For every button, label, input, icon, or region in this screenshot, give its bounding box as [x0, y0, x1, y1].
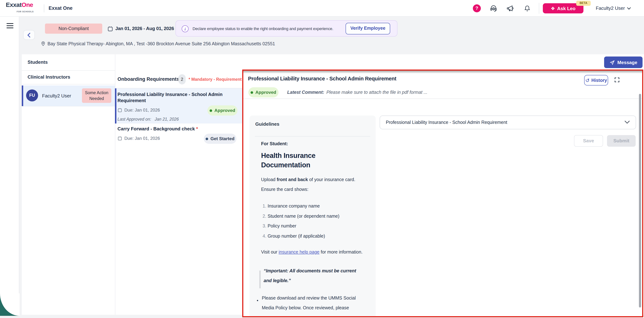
status-dot	[251, 91, 253, 94]
history-icon: ↺	[585, 78, 590, 83]
requirement-item-background-check[interactable]: Carry Forward - Background check * Due: …	[115, 123, 242, 147]
calendar-icon	[118, 108, 122, 113]
info-icon: i	[182, 25, 188, 32]
divider	[243, 98, 642, 99]
exxat-logo[interactable]: ExxatOne FOR SCHOOLS	[6, 2, 34, 15]
instructor-name: Faculty2 User	[42, 85, 71, 106]
guidelines-panel: Guidelines For Student: Health Insurance…	[250, 116, 376, 317]
status-badge: Approved	[208, 105, 238, 116]
list-item: Policy number	[268, 222, 369, 230]
logo-text: ExxatOne	[6, 1, 33, 8]
due-date: Due: Jan 01, 2026	[124, 135, 160, 142]
guidelines-title: Guidelines	[255, 121, 280, 127]
avatar: FU	[26, 89, 38, 101]
latest-comment-text: Please make sure to attach the file in p…	[326, 90, 427, 95]
history-button[interactable]: ↺ History	[584, 75, 608, 85]
tab-students[interactable]: Students	[28, 54, 48, 70]
status-badge: Get Started	[204, 134, 236, 144]
leo-logo-icon: ❖	[551, 6, 555, 11]
action-needed-badge: Some Action Needed	[82, 88, 111, 103]
last-approved-text: Last Approved on: Jan 21, 2026	[118, 116, 179, 122]
banner-text: Declare employee status to enable the ri…	[192, 21, 333, 37]
requirements-count-badge: 2	[178, 74, 186, 84]
scrollbar[interactable]	[639, 94, 641, 308]
requirement-dropdown[interactable]: Professional Liability Insurance - Schoo…	[380, 116, 636, 129]
announcements-megaphone-icon[interactable]	[506, 4, 514, 12]
selection-indicator	[115, 88, 116, 123]
requirement-item-liability-insurance[interactable]: Professional Liability Insurance - Schoo…	[115, 88, 242, 123]
for-student-label: For Student:	[261, 141, 288, 146]
header-divider	[44, 4, 44, 12]
dropdown-value: Professional Liability Insurance - Schoo…	[386, 120, 507, 125]
notifications-bell-icon[interactable]	[524, 5, 532, 13]
compliance-status-badge: Non-Compliant	[45, 23, 102, 34]
divider	[22, 84, 115, 84]
site-location-text: Bay State Physical Therapy- Abington, MA…	[48, 39, 275, 48]
rotation-date-range: Jan 01, 2026 - Aug 01, 2026	[115, 23, 174, 34]
card-requirements-list: Insurance company name Student name (or …	[260, 202, 369, 242]
status-dot	[206, 137, 208, 140]
user-menu[interactable]: Faculty2 User	[596, 0, 625, 17]
verify-employee-button[interactable]: Verify Employee	[346, 23, 390, 34]
hamburger-menu-icon[interactable]	[6, 23, 14, 28]
help-page-text: Visit our insurance help page for more i…	[261, 247, 370, 257]
tab-clinical-instructors[interactable]: Clinical Instructors	[28, 70, 70, 84]
scroll-shadow	[243, 71, 642, 73]
employee-status-banner: i Declare employee status to enable the …	[176, 20, 398, 36]
list-item: Group number (if applicable)	[268, 232, 369, 240]
mandatory-note: * Mandatory - Requirement	[188, 74, 242, 84]
requirement-detail-title: Professional Liability Insurance - Schoo…	[248, 76, 396, 81]
back-button[interactable]	[23, 30, 35, 40]
logo-subtext: FOR SCHOOLS	[17, 8, 34, 15]
list-item-faculty2-user[interactable]: FU Faculty2 User Some Action Needed	[22, 85, 115, 106]
left-nav-sidebar	[0, 17, 19, 315]
insurance-help-link[interactable]: insurance help page	[279, 250, 320, 255]
due-date: Due: Jan 01, 2026	[124, 106, 160, 114]
selection-indicator	[22, 85, 23, 106]
policy-bullet-text: Please download and review the UMMS Soci…	[262, 293, 368, 313]
divider	[22, 106, 115, 106]
important-quote: “Important: All documents must be curren…	[264, 266, 363, 286]
beta-badge: BETA	[576, 1, 591, 6]
requirement-title: Carry Forward - Background check *	[118, 126, 198, 132]
calendar-icon	[107, 26, 113, 32]
bullet-marker: •	[257, 298, 258, 303]
page-title: Exxat One	[48, 0, 72, 17]
support-headset-icon[interactable]	[490, 4, 498, 12]
submit-button[interactable]: Submit	[607, 135, 636, 147]
requirement-title: Professional Liability Insurance - Schoo…	[118, 91, 233, 104]
top-header: ExxatOne FOR SCHOOLS Exxat One ? ❖ Ask L…	[0, 0, 644, 17]
divider	[255, 136, 370, 137]
calendar-icon	[118, 136, 122, 141]
save-button[interactable]: Save	[574, 135, 603, 147]
send-icon	[609, 60, 615, 65]
status-row: Approved Latest Comment: Please make sur…	[248, 87, 427, 97]
chevron-down-icon[interactable]	[627, 7, 631, 10]
annotation-rectangle-main-panel: Professional Liability Insurance - Schoo…	[242, 69, 643, 317]
blockquote-bar	[259, 271, 260, 288]
fullscreen-icon[interactable]	[614, 77, 620, 83]
list-item: Student name (or dependent name)	[268, 212, 369, 220]
requirements-header: Onboarding Requirements	[118, 74, 179, 84]
upload-instructions: Upload front and back of your insurance …	[261, 175, 370, 195]
chevron-down-icon	[624, 120, 630, 124]
location-pin-icon	[40, 40, 46, 47]
guidelines-heading: Health Insurance Documentation	[261, 151, 346, 170]
list-item: Insurance company name	[268, 202, 369, 210]
header-divider	[539, 3, 539, 14]
help-icon[interactable]: ?	[473, 4, 481, 12]
message-button[interactable]: Message	[604, 56, 642, 68]
exxat-one-app: ExxatOne FOR SCHOOLS Exxat One ? ❖ Ask L…	[0, 0, 644, 318]
status-dot	[210, 109, 212, 112]
status-badge: Approved	[248, 87, 278, 97]
latest-comment-label: Latest Comment:	[287, 90, 324, 95]
